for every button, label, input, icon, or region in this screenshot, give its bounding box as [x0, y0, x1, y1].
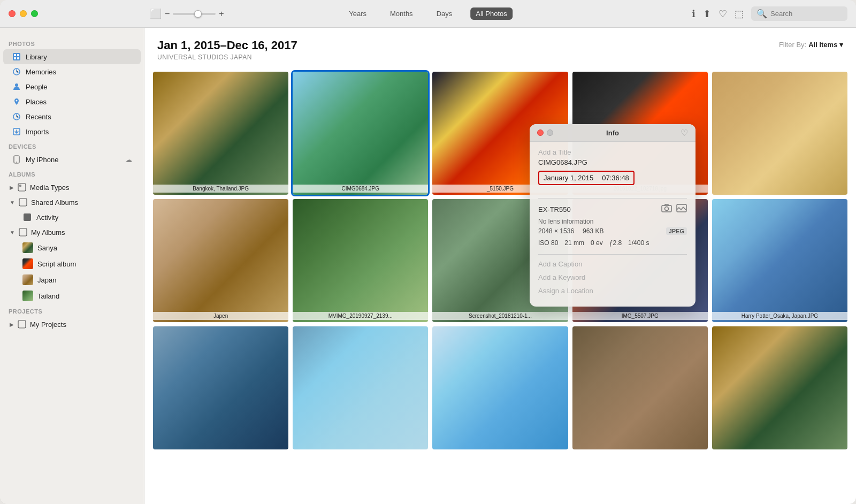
photo-item[interactable] — [293, 326, 428, 449]
sidebar: Photos Library Memories — [0, 28, 144, 504]
library-icon — [12, 52, 21, 62]
info-body: Add a Title CIMG0684.JPG January 1, 2015… — [530, 142, 696, 307]
photo-item[interactable] — [572, 326, 708, 449]
photo-label: Screenshot_20181210-1... — [432, 312, 568, 320]
info-add-caption[interactable]: Add a Caption — [538, 260, 687, 268]
sidebar-item-people[interactable]: People — [3, 79, 141, 94]
sidebar-item-script-album[interactable]: Script album — [3, 256, 141, 272]
chevron-right-icon: ▶ — [10, 185, 14, 190]
info-ev: 0 ev — [591, 239, 603, 247]
photo-label: Harry Potter_Osaka, Japan.JPG — [712, 312, 847, 320]
memories-label: Memories — [26, 68, 56, 76]
photo-item[interactable]: Bangkok, Thailand.JPG — [153, 72, 288, 195]
info-minimize-button[interactable] — [547, 129, 553, 136]
activity-album-icon — [22, 212, 32, 222]
info-title: Info — [606, 129, 619, 137]
fullscreen-button[interactable] — [31, 10, 38, 17]
iphone-icon — [12, 155, 21, 164]
info-filename: CIMG0684.JPG — [538, 158, 687, 166]
svg-rect-16 — [19, 228, 27, 236]
info-add-title[interactable]: Add a Title — [538, 148, 687, 156]
info-time: 07:36:48 — [602, 174, 629, 182]
svg-rect-4 — [17, 57, 19, 59]
sidebar-item-shared-albums[interactable]: ▼ Shared Albums — [3, 195, 141, 210]
photo-item[interactable]: MVIMG_20190927_2139... — [293, 199, 428, 322]
rotate-icon[interactable]: ⬚ — [735, 8, 744, 20]
minimize-button[interactable] — [20, 10, 27, 17]
zoom-minus-button[interactable]: − — [165, 9, 170, 19]
script-album-thumb — [22, 258, 33, 269]
search-icon: 🔍 — [756, 9, 767, 19]
photo-item[interactable]: Japen — [153, 199, 288, 322]
camera-icon[interactable] — [661, 204, 672, 215]
info-divider — [538, 198, 687, 198]
zoom-thumb[interactable] — [194, 10, 202, 18]
svg-rect-2 — [17, 54, 19, 56]
sidebar-item-tailand[interactable]: Tailand — [3, 288, 141, 304]
heart-icon[interactable]: ♡ — [719, 8, 727, 20]
photo-view-icon[interactable] — [676, 204, 687, 215]
svg-rect-1 — [14, 54, 16, 56]
photos-section-label: Photos — [0, 36, 144, 49]
zoom-slider[interactable] — [173, 13, 216, 15]
japan-label: Japan — [37, 276, 56, 284]
japan-thumb — [22, 274, 33, 285]
info-assign-location[interactable]: Assign a Location — [538, 287, 687, 295]
info-exif-row: ISO 80 21 mm 0 ev ƒ2.8 1/400 s — [538, 239, 687, 247]
zoom-plus-button[interactable]: + — [219, 9, 224, 19]
info-icon[interactable]: ℹ — [692, 8, 696, 20]
filter-bar: Filter By: All Items ▾ — [779, 41, 843, 49]
filter-value-button[interactable]: All Items ▾ — [808, 41, 843, 49]
sidebar-item-iphone[interactable]: My iPhone ☁ — [3, 152, 141, 167]
info-close-button[interactable] — [537, 129, 544, 136]
script-album-label: Script album — [37, 260, 76, 268]
devices-section-label: Devices — [0, 139, 144, 152]
location-subtitle: UNIVERSAL STUDIOS JAPAN — [157, 54, 843, 61]
all-photos-button[interactable]: All Photos — [470, 7, 513, 20]
photo-item[interactable] — [432, 326, 568, 449]
info-filesize: 963 KB — [583, 227, 603, 235]
monitor-icon: ⬜ — [150, 8, 162, 20]
photo-item[interactable] — [153, 326, 288, 449]
sidebar-item-activity[interactable]: Activity — [3, 210, 141, 225]
close-button[interactable] — [9, 10, 16, 17]
sidebar-item-my-projects[interactable]: ▶ My Projects — [3, 317, 141, 332]
days-button[interactable]: Days — [431, 7, 458, 20]
shared-albums-icon — [18, 197, 28, 207]
info-shutter: 1/400 s — [628, 239, 649, 247]
sidebar-item-recents[interactable]: Recents — [3, 109, 141, 124]
albums-section-label: Albums — [0, 167, 144, 180]
info-add-keyword[interactable]: Add a Keyword — [538, 273, 687, 281]
info-divider-2 — [538, 254, 687, 255]
photo-item-selected[interactable]: CIMG0684.JPG — [293, 72, 428, 195]
people-label: People — [26, 83, 47, 91]
projects-icon — [17, 319, 27, 329]
months-button[interactable]: Months — [385, 7, 418, 20]
years-button[interactable]: Years — [343, 7, 372, 20]
sidebar-item-media-types[interactable]: ▶ Media Types — [3, 180, 141, 195]
photo-item[interactable] — [712, 326, 847, 449]
sidebar-item-memories[interactable]: Memories — [3, 64, 141, 79]
imports-label: Imports — [26, 128, 49, 136]
photo-item[interactable]: Harry Potter_Osaka, Japan.JPG — [712, 199, 847, 322]
places-label: Places — [26, 98, 47, 106]
photo-item[interactable] — [712, 72, 847, 195]
sidebar-item-japan[interactable]: Japan — [3, 272, 141, 288]
info-format: JPEG — [666, 227, 687, 235]
sidebar-item-places[interactable]: Places — [3, 94, 141, 109]
activity-label: Activity — [36, 213, 58, 222]
sidebar-item-sanya[interactable]: Sanya — [3, 240, 141, 256]
shared-albums-label: Shared Albums — [31, 198, 78, 207]
my-albums-icon — [18, 227, 28, 237]
media-types-label: Media Types — [30, 184, 69, 192]
sidebar-item-library[interactable]: Library — [3, 49, 141, 64]
sidebar-item-imports[interactable]: Imports — [3, 124, 141, 139]
share-icon[interactable]: ⬆ — [703, 8, 711, 20]
sidebar-item-my-albums[interactable]: ▼ My Albums — [3, 225, 141, 240]
info-heart-button[interactable]: ♡ — [681, 128, 688, 138]
search-input[interactable] — [770, 10, 842, 18]
svg-rect-3 — [14, 57, 16, 59]
memories-icon — [12, 67, 21, 77]
info-camera-icons — [661, 204, 687, 215]
icloud-sync-icon: ☁ — [125, 156, 132, 164]
